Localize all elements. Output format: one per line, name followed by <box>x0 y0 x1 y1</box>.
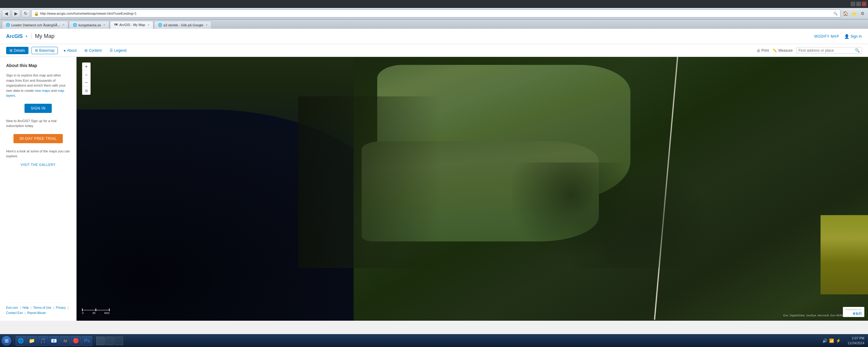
taskbar-ie[interactable]: 🌐 <box>16 336 26 346</box>
content-tab[interactable]: ⊞ Content <box>82 47 104 54</box>
windows-icon: ⊞ <box>5 338 8 344</box>
thumb-1[interactable] <box>96 337 105 345</box>
minimize-button[interactable]: − <box>851 2 855 6</box>
network-icon[interactable]: 📶 <box>829 339 834 343</box>
footer-privacy[interactable]: Privacy <box>56 306 66 309</box>
home-button[interactable]: ⌂ <box>82 71 90 78</box>
tab-leader[interactable]: 🌐 Leader Dalsland och ÅrjängSÅ... × <box>2 21 68 29</box>
home-browser-icon[interactable]: 🏠 <box>842 10 849 17</box>
taskbar-clock[interactable]: 2:07 PM 11/24/2014 <box>845 336 867 345</box>
details-label: Details <box>14 49 25 53</box>
tab-close-leader[interactable]: × <box>63 23 65 27</box>
measure-button[interactable]: 📏 Measure <box>773 49 793 53</box>
gallery-link[interactable]: VISIT THE GALLERY <box>21 163 55 166</box>
tab-favicon-kungsbacka: 🌐 <box>73 23 77 27</box>
taskbar-photoshop[interactable]: Ps <box>82 336 92 346</box>
zoom-out-button[interactable]: − <box>82 78 90 87</box>
basemap-tab[interactable]: ⊞ Basemap <box>32 47 58 54</box>
search-bar: 🔍 <box>796 47 862 54</box>
address-bar[interactable]: 🔒 http://www.arcgis.com/home/webmap/view… <box>31 9 840 18</box>
zoom-controls: + ⌂ − ◎ <box>82 62 91 95</box>
system-icons: 🔊 📶 ⚡ <box>820 339 843 343</box>
taskbar-acrobat[interactable]: 🔴 <box>71 336 81 346</box>
clock-date: 11/24/2014 <box>847 341 864 345</box>
footer-report[interactable]: Report Abuse <box>27 311 46 315</box>
taskbar-thumbnails <box>96 337 123 345</box>
address-search-icon[interactable]: 🔍 <box>833 12 838 15</box>
tab-label-google: a3 storlek - Sök på Google <box>163 23 203 27</box>
volume-icon[interactable]: 🔊 <box>823 339 827 343</box>
print-button[interactable]: 🖨 Print <box>756 49 769 53</box>
map-treeline <box>298 96 441 268</box>
ssl-icon: 🔒 <box>34 11 39 16</box>
tab-close-arcgis[interactable]: × <box>148 23 149 27</box>
signin-section: SIGN IN <box>6 102 70 115</box>
locate-button[interactable]: ◎ <box>82 87 90 95</box>
taskbar-sep-1 <box>13 337 14 345</box>
search-icon[interactable]: 🔍 <box>855 48 860 53</box>
close-button[interactable]: × <box>862 2 866 6</box>
zoom-in-button[interactable]: + <box>82 63 90 71</box>
about-icon: ● <box>63 49 65 53</box>
outlook-icon: 📧 <box>51 338 57 344</box>
back-button[interactable]: ◀ <box>2 9 10 18</box>
trial-section: 30-DAY FREE TRIAL <box>6 132 70 145</box>
tab-favicon-arcgis: 🗺 <box>114 23 118 27</box>
battery-icon[interactable]: ⚡ <box>836 339 841 343</box>
taskbar-explorer[interactable]: 📁 <box>27 336 37 346</box>
about-tab[interactable]: ● About <box>61 47 79 54</box>
taskbar-illustrator[interactable]: Ai <box>60 336 70 346</box>
print-label: Print <box>762 49 769 53</box>
modify-map-button[interactable]: MODIFY MAP <box>814 34 839 38</box>
arcgis-toolbar: ⊞ Details ⊞ Basemap ● About ⊞ Content ☰ … <box>0 44 868 57</box>
tab-kungsbacka[interactable]: 🌐 kungsbacka.se × <box>69 21 109 29</box>
start-button[interactable]: ⊞ <box>1 336 12 346</box>
arcgis-logo-arrow: ▾ <box>26 35 27 38</box>
gallery-section: VISIT THE GALLERY <box>6 162 70 167</box>
scale-label-30: 30 <box>92 312 95 315</box>
arcgis-logo-text: ArcGIS <box>6 34 23 39</box>
map-title: My Map <box>35 33 55 39</box>
sign-in-button[interactable]: 👤 Sign In <box>844 34 862 39</box>
footer-help[interactable]: Help <box>23 306 29 309</box>
footer-esri[interactable]: Esri.com <box>6 306 18 309</box>
new-maps-link[interactable]: new maps <box>35 89 50 92</box>
tab-close-google[interactable]: × <box>206 23 208 27</box>
sidebar-footer: Esri.com | Help | Terms of Use | Privacy… <box>6 303 70 315</box>
tab-arcgis[interactable]: 🗺 ArcGIS - My Map × <box>110 21 153 29</box>
settings-icon[interactable]: ⚙ <box>859 10 866 17</box>
taskbar-right: 🔊 📶 ⚡ 2:07 PM 11/24/2014 <box>820 336 867 345</box>
content-label: Content <box>89 49 102 53</box>
footer-terms[interactable]: Terms of Use <box>33 306 52 309</box>
footer-contact[interactable]: Contact Esri <box>6 311 23 315</box>
forward-button[interactable]: ▶ <box>12 9 20 18</box>
thumb-3[interactable] <box>115 337 123 345</box>
tab-label-arcgis: ArcGIS - My Map <box>119 23 145 27</box>
signin-button[interactable]: SIGN IN <box>25 104 52 113</box>
favorites-icon[interactable]: ⭐ <box>850 10 858 17</box>
tab-strip: 🌐 Leader Dalsland och ÅrjängSÅ... × 🌐 ku… <box>0 20 868 29</box>
details-tab[interactable]: ⊞ Details <box>6 47 29 54</box>
taskbar-outlook[interactable]: 📧 <box>49 336 59 346</box>
maximize-button[interactable]: □ <box>856 2 861 6</box>
map-area[interactable]: + ⌂ − ◎ 0 30 60m <box>76 57 868 321</box>
map-autumn-trees <box>820 215 868 294</box>
search-input[interactable] <box>799 49 854 53</box>
refresh-button[interactable]: ↻ <box>22 9 30 18</box>
tab-close-kungsbacka[interactable]: × <box>103 23 105 27</box>
trial-button[interactable]: 30-DAY FREE TRIAL <box>13 134 63 143</box>
sign-in-label: Sign In <box>850 34 862 38</box>
sidebar-description: Sign in to explore this map and other ma… <box>6 73 70 98</box>
legend-tab[interactable]: ☰ Legend <box>107 47 129 54</box>
toolbar-right: 🖨 Print 📏 Measure 🔍 <box>756 47 862 54</box>
thumb-2[interactable] <box>105 337 114 345</box>
tab-favicon-google: 🌐 <box>158 23 162 27</box>
about-label: About <box>67 49 76 53</box>
sidebar-title: About this Map <box>6 63 70 68</box>
user-icon: 👤 <box>844 34 849 39</box>
header-separator: | <box>31 33 32 39</box>
taskbar-media[interactable]: 🎵 <box>38 336 48 346</box>
tab-label-leader: Leader Dalsland och ÅrjängSÅ... <box>11 23 60 27</box>
tab-google[interactable]: 🌐 a3 storlek - Sök på Google × <box>154 21 212 29</box>
basemap-icon: ⊞ <box>35 49 38 53</box>
